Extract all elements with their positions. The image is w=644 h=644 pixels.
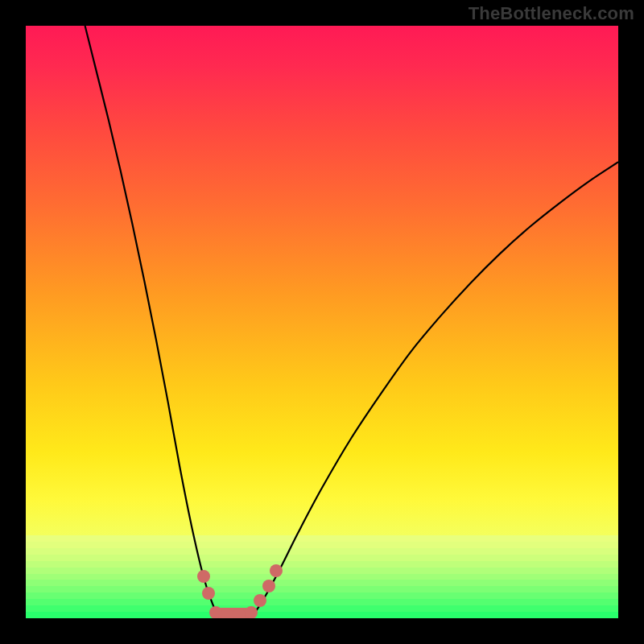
chart-frame: TheBottleneck.com [0,0,644,644]
data-marker [221,609,233,618]
watermark: TheBottleneck.com [469,3,634,24]
data-marker [245,606,258,618]
data-marker [209,606,222,618]
data-marker [202,587,215,600]
data-marker [254,594,266,607]
data-marker [233,609,246,618]
data-marker [270,564,283,577]
plot-area [26,26,618,618]
data-marker [197,570,210,583]
markers [26,26,618,618]
data-marker [262,580,275,592]
